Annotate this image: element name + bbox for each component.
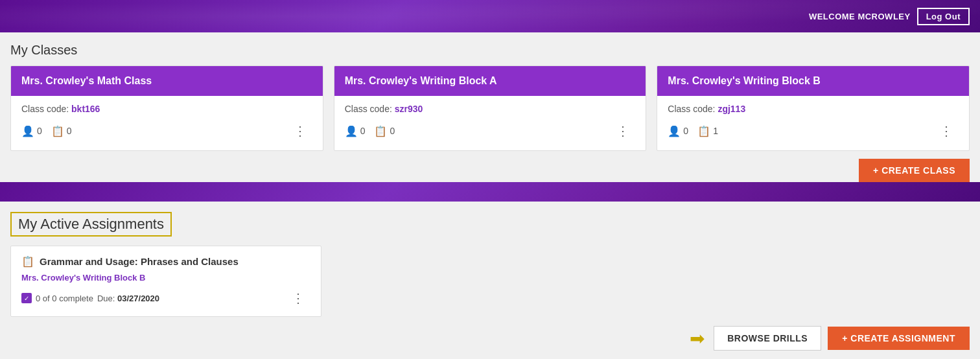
student-count-math: 👤 0 — [21, 125, 42, 137]
browse-drills-button[interactable]: BROWSE DRILLS — [714, 326, 821, 351]
class-code-writing-b: Class code: zgj113 — [668, 104, 959, 114]
create-class-footer: + CREATE CLASS — [10, 159, 970, 182]
person-icon: 👤 — [668, 125, 681, 137]
doc-icon: 📋 — [374, 125, 387, 137]
more-options-writing-b[interactable]: ⋮ — [935, 122, 959, 140]
class-stats-math: 👤 0 📋 0 — [21, 125, 72, 137]
person-icon: 👤 — [345, 125, 358, 137]
progress-text: 0 of 0 complete — [36, 294, 93, 303]
class-card-writing-a: Mrs. Crowley's Writing Block A Class cod… — [334, 65, 647, 151]
arrow-right-icon: ➡ — [690, 328, 705, 349]
class-code-writing-a: Class code: szr930 — [345, 104, 636, 114]
top-bar: WELCOME MCROWLEY Log Out — [0, 0, 980, 32]
class-stats-writing-b: 👤 0 📋 1 — [668, 125, 718, 137]
class-stats-writing-a: 👤 0 📋 0 — [345, 125, 395, 137]
assignment-count-writing-b: 📋 1 — [697, 125, 718, 137]
divider-bar — [0, 182, 980, 202]
assignment-title-row: 📋 Grammar and Usage: Phrases and Clauses — [21, 255, 310, 268]
class-code-math: Class code: bkt166 — [21, 104, 312, 114]
logout-button[interactable]: Log Out — [917, 8, 970, 25]
class-card-math: Mrs. Crowley's Math Class Class code: bk… — [10, 65, 323, 151]
doc-icon: 📋 — [51, 125, 64, 137]
create-class-button[interactable]: + CREATE CLASS — [859, 159, 970, 182]
assignment-more-options[interactable]: ⋮ — [286, 289, 310, 307]
person-icon: 👤 — [21, 125, 34, 137]
more-options-writing-a[interactable]: ⋮ — [611, 122, 635, 140]
assignment-footer: ✓ 0 of 0 complete Due: 03/27/2020 ⋮ — [21, 289, 310, 307]
assignments-title: My Active Assignments — [10, 212, 172, 237]
assignment-progress: ✓ 0 of 0 complete Due: 03/27/2020 — [21, 293, 159, 303]
my-classes-title: My Classes — [10, 43, 970, 58]
doc-icon: 📋 — [697, 125, 710, 137]
assignment-card: 📋 Grammar and Usage: Phrases and Clauses… — [10, 246, 321, 317]
class-header-writing-a: Mrs. Crowley's Writing Block A — [334, 66, 646, 96]
welcome-text: WELCOME MCROWLEY — [809, 12, 911, 21]
due-label: Due: 03/27/2020 — [97, 294, 159, 303]
assignment-name: Grammar and Usage: Phrases and Clauses — [40, 256, 239, 267]
check-icon: ✓ — [21, 293, 32, 303]
classes-grid: Mrs. Crowley's Math Class Class code: bk… — [10, 65, 970, 151]
class-header-writing-b: Mrs. Crowley's Writing Block B — [657, 66, 969, 96]
more-options-math[interactable]: ⋮ — [288, 122, 312, 140]
action-bar: ➡ BROWSE DRILLS + CREATE ASSIGNMENT — [0, 317, 980, 359]
assignments-section: My Active Assignments 📋 Grammar and Usag… — [0, 202, 980, 359]
assignment-count-writing-a: 📋 0 — [374, 125, 395, 137]
my-classes-section: My Classes Mrs. Crowley's Math Class Cla… — [10, 43, 970, 182]
class-card-writing-b: Mrs. Crowley's Writing Block B Class cod… — [657, 65, 970, 151]
assignment-count-math: 📋 0 — [51, 125, 72, 137]
class-header-math: Mrs. Crowley's Math Class — [11, 66, 323, 96]
student-count-writing-a: 👤 0 — [345, 125, 366, 137]
assignment-doc-icon: 📋 — [21, 255, 34, 268]
student-count-writing-b: 👤 0 — [668, 125, 688, 137]
assignment-class-link[interactable]: Mrs. Crowley's Writing Block B — [21, 273, 310, 283]
create-assignment-button[interactable]: + CREATE ASSIGNMENT — [828, 327, 970, 350]
